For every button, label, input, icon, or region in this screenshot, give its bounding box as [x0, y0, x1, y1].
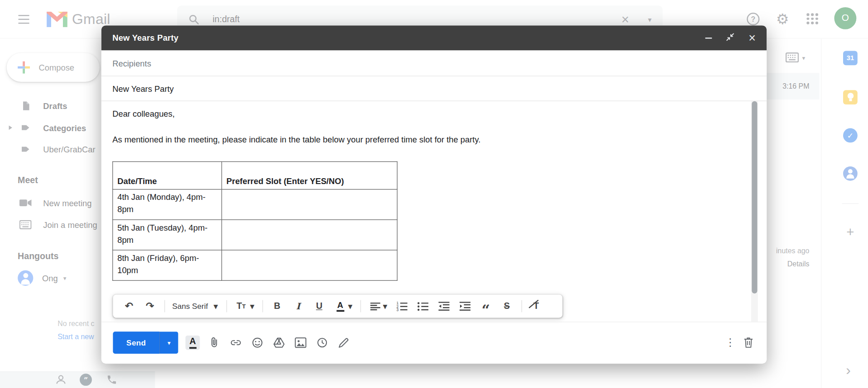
recipients-field[interactable]: Recipients	[101, 50, 767, 76]
timeslot-table: Date/Time Preferred Slot (Enter YES/NO) …	[112, 161, 398, 281]
more-options-icon[interactable]: ⋮	[723, 334, 738, 350]
redo-icon[interactable]: ↷	[143, 298, 157, 314]
send-button[interactable]: Send	[113, 331, 159, 354]
insert-image-icon[interactable]	[293, 336, 308, 350]
font-family-select[interactable]: Sans Serif	[172, 302, 208, 311]
compose-window: New Years Party × Recipients New Years P…	[101, 25, 767, 364]
compose-title-bar[interactable]: New Years Party ×	[101, 25, 767, 50]
table-cell[interactable]	[222, 250, 398, 280]
signature-pen-icon[interactable]	[336, 336, 351, 350]
confidential-mode-icon[interactable]	[315, 336, 330, 350]
body-paragraph: Dear colleagues,	[112, 108, 740, 120]
align-icon[interactable]	[368, 298, 383, 314]
attach-file-icon[interactable]	[207, 336, 221, 350]
body-paragraph: As mentioned in the meeting, please indi…	[112, 134, 740, 146]
chevron-down-icon[interactable]: ▾	[382, 298, 388, 314]
svg-text:3: 3	[396, 307, 398, 311]
table-row: 8th Jan (Friday), 6pm-10pm	[113, 250, 397, 280]
text-color-icon[interactable]: A	[333, 298, 348, 314]
table-header-cell: Preferred Slot (Enter YES/NO)	[222, 161, 398, 189]
google-drive-icon[interactable]	[272, 336, 286, 350]
compose-action-icons: A	[186, 336, 351, 350]
footer-divider	[101, 322, 767, 322]
subject-field[interactable]: New Years Party	[101, 76, 767, 101]
table-row: 5th Jan (Tuesday), 4pm-8pm	[113, 220, 397, 250]
send-options-caret-icon[interactable]: ▾	[159, 331, 178, 354]
formatting-toolbar: ↶ ↷ Sans Serif ▾ TT ▾ B I U A ▾ ▾ 123	[113, 294, 562, 317]
minimize-icon[interactable]	[705, 37, 712, 38]
bold-icon[interactable]: B	[270, 298, 284, 314]
table-cell[interactable]	[222, 220, 398, 250]
table-cell: 5th Jan (Tuesday), 4pm-8pm	[113, 220, 222, 250]
chevron-down-icon[interactable]: ▾	[249, 298, 255, 314]
scrollbar-thumb[interactable]	[752, 101, 757, 293]
strikethrough-icon[interactable]: S	[500, 298, 514, 314]
chevron-down-icon[interactable]: ▾	[212, 298, 219, 314]
italic-icon[interactable]: I	[291, 298, 306, 314]
table-row: 4th Jan (Monday), 4pm-8pm	[113, 189, 397, 220]
indent-increase-icon[interactable]	[458, 298, 472, 314]
numbered-list-icon[interactable]: 123	[394, 298, 409, 314]
chevron-down-icon[interactable]: ▾	[347, 298, 353, 314]
discard-draft-trash-icon[interactable]	[741, 334, 756, 350]
font-size-icon[interactable]: TT	[234, 298, 249, 314]
indent-decrease-icon[interactable]	[436, 298, 451, 314]
table-cell: 4th Jan (Monday), 4pm-8pm	[113, 189, 222, 220]
quote-icon[interactable]: “	[479, 303, 493, 318]
underline-icon[interactable]: U	[312, 298, 326, 314]
message-body-editor[interactable]: Dear colleagues, As mentioned in the mee…	[101, 101, 751, 322]
bulleted-list-icon[interactable]	[416, 298, 430, 314]
undo-icon[interactable]: ↶	[122, 298, 136, 314]
table-header-cell: Date/Time	[113, 161, 222, 189]
table-cell: 8th Jan (Friday), 6pm-10pm	[113, 250, 222, 280]
insert-emoji-icon[interactable]	[250, 336, 265, 350]
gmail-app: Gmail in:draft × ▾ ? ⚙ O Compose	[0, 0, 868, 388]
insert-link-icon[interactable]	[229, 336, 243, 350]
body-scrollbar[interactable]	[751, 101, 758, 322]
remove-formatting-icon[interactable]: T	[529, 298, 543, 314]
table-cell[interactable]	[222, 189, 398, 220]
exit-fullscreen-icon[interactable]	[726, 33, 734, 43]
compose-window-title: New Years Party	[112, 33, 178, 43]
close-icon[interactable]: ×	[748, 32, 756, 44]
send-split-button: Send ▾	[113, 331, 178, 354]
formatting-options-icon[interactable]: A	[186, 336, 200, 350]
